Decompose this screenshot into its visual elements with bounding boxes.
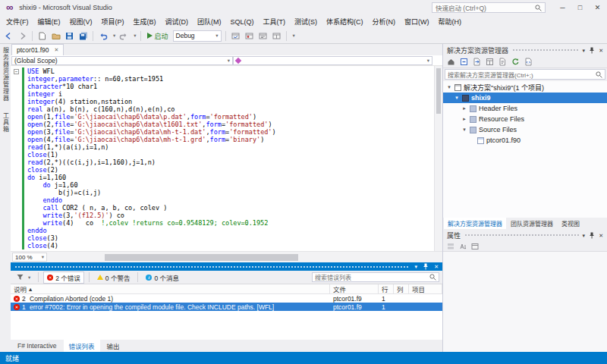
home-icon[interactable]	[447, 58, 455, 66]
code-line-10[interactable]: open(4,file='G:\jiaocai\chap6\data\mh-t-…	[11, 136, 434, 143]
save-all-icon[interactable]	[77, 30, 89, 42]
code-line-12[interactable]: close(1)	[11, 151, 434, 158]
quick-launch-search[interactable]: 快速启动 (Ctrl+Q)	[432, 2, 546, 13]
drag-grip[interactable]	[464, 234, 579, 237]
redo-icon[interactable]	[118, 30, 129, 42]
error-column-header-3[interactable]: 行	[379, 284, 394, 293]
error-column-header-4[interactable]: 列	[394, 284, 409, 293]
debug-configuration-combo[interactable]: Debug ▾	[173, 30, 222, 42]
code-line-14[interactable]: close(2)	[11, 166, 434, 174]
maximize-button[interactable]: □	[575, 0, 585, 15]
code-line-13[interactable]: read(2,*)((c(i,j),i=1,160),j=1,n)	[11, 158, 434, 166]
code-line-9[interactable]: open(3,file='G:\jiaocai\chap6\data\mh-t-…	[11, 128, 434, 136]
properties-header[interactable]: 属性 ▾ ✕	[443, 229, 607, 241]
property-pages-icon[interactable]	[471, 243, 479, 250]
output-window-icon[interactable]	[271, 30, 282, 42]
minimize-button[interactable]: ─	[558, 0, 568, 15]
code-line-20[interactable]: write(3,'(f12.5)') co	[11, 212, 434, 219]
bottom-tab-3[interactable]: 输出	[102, 340, 125, 352]
scrollbar-thumb[interactable]	[105, 254, 298, 261]
error-column-header-1[interactable]: 说明▴	[11, 284, 330, 293]
code-editor[interactable]: −USE WFLinteger,parameter:: n=60,start=1…	[11, 66, 442, 251]
menu-item-1[interactable]: 文件(F)	[2, 15, 33, 28]
zoom-dropdown[interactable]: 100 % ▾	[12, 253, 47, 262]
error-list-title-bar[interactable]: ▾ ✕	[11, 262, 442, 271]
code-line-24[interactable]: close(4)	[11, 242, 434, 249]
panel-tab-2[interactable]: 团队资源管理器	[507, 218, 557, 229]
errors-filter-button[interactable]: 2 个错误	[43, 271, 84, 284]
tree-item-4[interactable]: ▸Resource Files	[443, 114, 607, 124]
warnings-filter-button[interactable]: 0 个警告	[94, 272, 134, 283]
drag-grip[interactable]	[512, 49, 579, 52]
new-file-icon[interactable]	[36, 30, 48, 42]
code-line-22[interactable]: enddo	[11, 227, 434, 234]
filter-button[interactable]: ▾	[14, 273, 33, 281]
code-line-11[interactable]: read(1,*)(a(i),i=1,n)	[11, 143, 434, 151]
code-line-19[interactable]: call COR2 ( n, a, b, co, colev )	[11, 204, 434, 212]
error-list-search[interactable]: 搜索错误列表	[312, 272, 439, 282]
pin-icon[interactable]	[589, 47, 595, 54]
expander-icon[interactable]: ▾	[446, 84, 452, 90]
code-line-2[interactable]: integer,parameter:: n=60,start=1951	[11, 75, 434, 83]
code-line-6[interactable]: real a(n), b(n), c(160,n),d(n),e(n),co	[11, 105, 434, 113]
code-line-8[interactable]: open(2,file='G:\jiaocai\chap6\data\t1601…	[11, 121, 434, 128]
tab-close-icon[interactable]: ✕	[55, 47, 59, 53]
code-line-7[interactable]: open(1,file='G:\jiaocai\chap6\data\p.dat…	[11, 113, 434, 121]
code-line-16[interactable]: do j=1,60	[11, 181, 434, 189]
tree-item-6[interactable]: ptcor01.f90	[443, 135, 607, 146]
undo-dropdown-icon[interactable]: ▾	[113, 33, 115, 39]
tree-item-5[interactable]: ▾Source Files	[443, 124, 607, 135]
properties-icon[interactable]	[486, 58, 494, 66]
watch-window-icon[interactable]	[257, 30, 269, 42]
menu-item-3[interactable]: 视图(V)	[65, 15, 97, 28]
code-line-23[interactable]: close(3)	[11, 234, 434, 242]
close-icon[interactable]: ✕	[599, 231, 603, 240]
code-line-18[interactable]: enddo	[11, 196, 434, 204]
code-line-3[interactable]: character*10 char1	[11, 83, 434, 90]
member-dropdown[interactable]: ▾	[233, 56, 432, 65]
editor-vertical-scrollbar[interactable]	[434, 66, 442, 251]
code-line-4[interactable]: integer i	[11, 90, 434, 98]
close-icon[interactable]: ✕	[434, 262, 439, 271]
menu-item-8[interactable]: SQL(Q)	[226, 17, 259, 27]
error-row-1[interactable]: 2Compilation Aborted (code 1)ptcor01.f91	[11, 294, 442, 303]
pin-icon[interactable]	[423, 263, 429, 270]
scrollbar-thumb[interactable]	[436, 68, 441, 114]
view-code-icon[interactable]	[524, 58, 533, 66]
menu-item-4[interactable]: 项目(P)	[97, 15, 129, 28]
menu-item-11[interactable]: 体系结构(C)	[322, 15, 368, 28]
messages-filter-button[interactable]: 0 个消息	[143, 272, 182, 283]
editor-horizontal-scrollbar[interactable]	[50, 252, 441, 263]
fold-collapse-icon[interactable]: −	[14, 69, 19, 74]
tree-item-2[interactable]: ▾shixi9	[443, 93, 607, 103]
menu-item-14[interactable]: 帮助(H)	[434, 15, 467, 28]
build-icon[interactable]	[230, 30, 241, 42]
menu-item-6[interactable]: 调试(D)	[161, 15, 193, 28]
expander-icon[interactable]: ▾	[461, 127, 467, 133]
drag-grip[interactable]	[14, 265, 410, 268]
window-position-icon[interactable]: ▾	[583, 231, 586, 240]
panel-tab-1[interactable]: 解决方案资源管理器	[444, 218, 506, 229]
solution-explorer-search[interactable]: 搜索解决方案资源管理器(Ctrl+;)	[445, 69, 605, 80]
close-icon[interactable]: ✕	[599, 46, 603, 55]
error-column-header-2[interactable]: 文件	[330, 284, 379, 293]
scope-dropdown[interactable]: (Global Scope) ▾	[11, 56, 233, 65]
close-button[interactable]: ✕	[593, 0, 602, 15]
side-tab-1[interactable]: 服务器资源管理器	[2, 47, 10, 102]
bottom-tab-2[interactable]: 错误列表	[64, 340, 100, 352]
undo-icon[interactable]	[97, 30, 109, 42]
alphabetical-sort-icon[interactable]	[459, 243, 467, 250]
redo-dropdown-icon[interactable]: ▾	[134, 33, 136, 39]
navigate-forward-icon[interactable]	[17, 30, 28, 42]
code-lines[interactable]: −USE WFLinteger,parameter:: n=60,start=1…	[11, 66, 434, 251]
menu-item-13[interactable]: 窗口(W)	[400, 15, 434, 28]
bottom-tab-1[interactable]: F# Interactive	[12, 340, 62, 351]
open-file-icon[interactable]	[50, 30, 61, 42]
tree-item-3[interactable]: ▸Header Files	[443, 103, 607, 114]
code-line-5[interactable]: integer(4) station,nstation	[11, 98, 434, 105]
error-column-header-5[interactable]: 项目	[409, 284, 442, 293]
code-line-17[interactable]: b(j)=c(i,j)	[11, 189, 434, 196]
menu-item-2[interactable]: 编辑(E)	[33, 15, 65, 28]
navigate-backward-icon[interactable]	[3, 30, 14, 42]
document-tab[interactable]: ptcor01.f90 ✕	[11, 44, 64, 55]
